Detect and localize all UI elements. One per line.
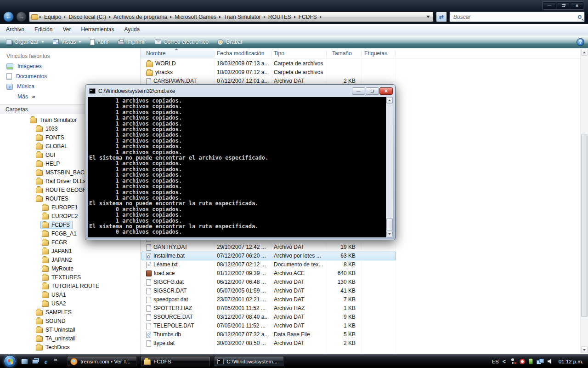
cmd-console[interactable]: 1 archivos copiados. 1 archivos copiados… [88, 97, 393, 237]
chevron-down-icon [41, 41, 44, 43]
folder-tree-item[interactable]: USA2 [0, 299, 140, 308]
quick-launch-icon[interactable] [32, 359, 38, 364]
refresh-button[interactable]: ⇄ [436, 12, 447, 22]
breadcrumb-item[interactable]: Archivos de programa [112, 14, 169, 20]
taskbar-task-button[interactable]: FCDFS [141, 356, 210, 367]
forward-button[interactable]: → [16, 12, 27, 22]
column-header-type[interactable]: Tipo [274, 50, 284, 57]
toolbar-button[interactable]: Imprimir [115, 38, 148, 46]
vertical-scrollbar[interactable] [580, 49, 588, 353]
table-row[interactable]: SSOURCE.DAT 03/12/2007 08:40 a... Archiv… [141, 313, 580, 322]
menu-item[interactable]: Herramientas [77, 25, 118, 34]
cmd-window-title: C:\Windows\system32\cmd.exe [98, 88, 175, 94]
column-header-size[interactable]: Tamaño [332, 50, 352, 57]
tray-expand-chevron-icon[interactable]: < [503, 358, 506, 365]
quick-launch-icon[interactable] [42, 358, 50, 365]
menu-item[interactable]: Edición [30, 25, 57, 34]
column-header-date[interactable]: Fecha modificación [217, 50, 264, 57]
folder-tree-item[interactable]: USA1 [0, 290, 140, 299]
table-row[interactable]: ytracks 18/03/2009 07:12 a... Carpeta de… [141, 68, 580, 77]
tray-icon[interactable] [537, 359, 544, 364]
search-input[interactable] [452, 13, 578, 21]
toolbar-button[interactable]: Organizar [4, 38, 46, 46]
tray-icon[interactable] [519, 358, 526, 365]
windows-flag-icon [8, 359, 13, 365]
taskbar-clock[interactable]: 01:12 p.m. [559, 359, 583, 364]
toolbar-button[interactable]: Vistas [51, 38, 84, 46]
column-header-name[interactable]: Nombre [146, 50, 166, 57]
scroll-up-icon[interactable] [581, 49, 588, 56]
cmd-titlebar[interactable]: C:\Windows\system32\cmd.exe — × [85, 85, 395, 96]
quick-launch-icon[interactable] [54, 357, 57, 362]
toolbar-button[interactable]: Correo electrónico [153, 38, 211, 46]
search-icon[interactable] [578, 15, 582, 19]
table-row[interactable]: ttype.dat 30/03/2007 08:50 ... Archivo D… [141, 339, 580, 348]
breadcrumb[interactable]: Equipo Disco local (C:) Archivos de prog… [29, 12, 434, 22]
table-row[interactable]: speedpost.dat 23/07/2001 02:21 ... Archi… [141, 295, 580, 304]
taskbar-task-button[interactable]: C:\Windows\system... [214, 356, 284, 367]
close-button[interactable]: × [379, 87, 393, 95]
column-header-tags[interactable]: Etiquetas [364, 50, 387, 57]
taskbar-task-button[interactable]: trensim.com • Ver T... [67, 356, 137, 367]
scroll-up-icon[interactable] [386, 97, 393, 104]
favorite-link[interactable]: Imágenes [0, 61, 140, 71]
maximize-button[interactable] [366, 87, 379, 95]
cmd-caption-buttons: — × [352, 87, 393, 95]
folder-tree-item[interactable]: TEXTURES [0, 273, 140, 282]
breadcrumb-item[interactable]: Equipo [43, 14, 62, 20]
quick-launch-icon[interactable] [21, 359, 28, 364]
restore-button[interactable] [557, 2, 570, 9]
folder-icon [36, 153, 43, 158]
menu-item[interactable]: Ver [58, 25, 75, 34]
folder-tree-item[interactable]: TUTORIAL ROUTE [0, 282, 140, 290]
scroll-down-icon[interactable] [581, 346, 588, 353]
menu-item[interactable]: Archivo [2, 25, 28, 34]
breadcrumb-item[interactable]: Train Simulator [222, 14, 262, 20]
table-row[interactable]: SPOTTER.HAZ 07/05/2001 11:52 ... Archivo… [141, 304, 580, 313]
toolbar-button[interactable]: Grabar [215, 38, 245, 46]
breadcrumb-item[interactable]: FCDFS [297, 14, 318, 20]
table-row[interactable]: SIGSCR.DAT 05/07/2005 01:59 ... Archivo … [141, 287, 580, 295]
breadcrumb-item[interactable]: Disco local (C:) [67, 14, 107, 20]
cmd-scrollbar[interactable] [386, 97, 393, 237]
favorite-link[interactable]: Documentos [0, 71, 140, 81]
minimize-button[interactable]: — [352, 87, 365, 95]
close-button[interactable]: × [571, 2, 583, 9]
breadcrumb-item[interactable]: ROUTES [267, 14, 293, 20]
scrollbar-thumb[interactable] [581, 134, 588, 317]
folder-tree-item[interactable]: JAPAN2 [0, 255, 140, 264]
table-row[interactable]: Thumbs.db 08/12/2007 07:32 a... Data Bas… [141, 330, 580, 339]
folder-icon [36, 196, 43, 202]
table-row[interactable]: WORLD 18/03/2009 07:13 a... Carpeta de a… [141, 59, 580, 68]
scroll-down-icon[interactable] [386, 231, 393, 237]
folder-tree-item[interactable]: MyRoute [0, 264, 140, 273]
back-button[interactable]: ← [3, 12, 14, 22]
scrollbar-thumb[interactable] [386, 218, 393, 230]
folder-tree-item[interactable]: SOUND [0, 316, 140, 325]
start-button[interactable] [4, 355, 16, 368]
language-indicator[interactable]: ES [492, 359, 499, 364]
folder-tree-item[interactable]: SAMPLES [0, 308, 140, 316]
folder-tree-item[interactable]: JAPAN1 [0, 247, 140, 255]
tray-icon[interactable] [509, 358, 516, 364]
breadcrumb-dropdown-icon[interactable] [426, 16, 430, 18]
table-row[interactable]: load.ace 01/12/2007 09:39 ... Archivo AC… [141, 269, 580, 278]
tray-icon[interactable] [529, 358, 533, 364]
file-size: 19 KB [313, 243, 356, 252]
table-row[interactable]: GANTRY.DAT 29/10/2007 12:42 ... Archivo … [141, 243, 580, 252]
table-row[interactable]: Installme.bat 07/12/2007 06:20 ... Archi… [141, 252, 580, 260]
tray-icon[interactable] [548, 359, 554, 364]
menu-item[interactable]: Ayuda [120, 25, 144, 34]
folder-tree-item[interactable]: TechDocs [0, 343, 140, 351]
breadcrumb-item[interactable]: Microsoft Games [173, 14, 218, 20]
table-row[interactable]: Léame.txt 08/12/2007 02:12 ... Documento… [141, 260, 580, 269]
favorites-title: Vínculos favoritos [6, 53, 50, 59]
table-row[interactable]: SIGCFG.dat 06/12/2007 06:48 ... Archivo … [141, 278, 580, 287]
folder-tree-item[interactable]: ST-Uninstall [0, 325, 140, 334]
minimize-button[interactable]: — [543, 2, 556, 9]
folder-tree-item[interactable]: TA_uninstall [0, 334, 140, 343]
table-row[interactable]: TELEPOLE.DAT 07/05/2001 11:52 ... Archiv… [141, 322, 580, 330]
toolbar-button[interactable]: Abrir [88, 38, 111, 46]
help-button[interactable]: ? [577, 38, 584, 46]
file-size: 9 KB [313, 313, 356, 322]
